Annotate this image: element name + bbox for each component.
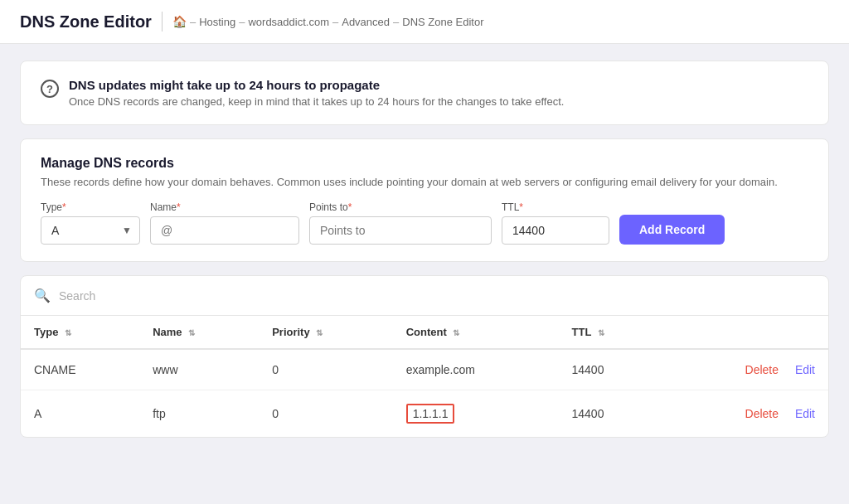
points-to-input[interactable] xyxy=(309,216,492,245)
page-header: DNS Zone Editor 🏠 – Hosting – wordsaddic… xyxy=(0,0,849,44)
name-input[interactable] xyxy=(150,216,299,245)
col-content: Content ⇅ xyxy=(393,316,559,349)
search-icon: 🔍 xyxy=(34,288,51,303)
breadcrumb-advanced: Advanced xyxy=(342,16,390,28)
breadcrumb-hosting: Hosting xyxy=(199,16,235,28)
cell-type: CNAME xyxy=(21,349,139,390)
points-to-form-group: Points to* xyxy=(309,201,492,245)
type-select[interactable]: A CNAME MX TXT AAAA xyxy=(41,216,140,245)
cell-priority: 0 xyxy=(259,349,392,390)
sort-icon-name: ⇅ xyxy=(188,328,195,337)
search-bar: 🔍 xyxy=(21,276,828,316)
col-priority: Priority ⇅ xyxy=(259,316,392,349)
dns-table-card: 🔍 Type ⇅ Name ⇅ Priority ⇅ Content xyxy=(20,275,829,438)
add-record-form-group: Add Record xyxy=(619,215,725,245)
type-select-wrapper[interactable]: A CNAME MX TXT AAAA ▼ xyxy=(41,216,140,245)
cell-name: www xyxy=(139,349,259,390)
breadcrumb-domain: wordsaddict.com xyxy=(248,16,329,28)
breadcrumb-current: DNS Zone Editor xyxy=(402,16,483,28)
notice-card: ? DNS updates might take up to 24 hours … xyxy=(20,61,829,125)
sort-icon-priority: ⇅ xyxy=(316,328,323,337)
cell-content: 1.1.1.1 xyxy=(393,390,559,438)
search-input[interactable] xyxy=(59,289,815,303)
manage-section-title: Manage DNS records xyxy=(41,156,808,171)
cell-name: ftp xyxy=(139,390,259,438)
manage-section-desc: These records define how your domain beh… xyxy=(41,176,808,188)
points-to-label: Points to* xyxy=(309,201,492,213)
cell-actions: Delete Edit xyxy=(661,390,828,438)
edit-button[interactable]: Edit xyxy=(795,363,815,376)
sort-icon-ttl: ⇅ xyxy=(598,328,604,337)
table-header-row: Type ⇅ Name ⇅ Priority ⇅ Content ⇅ TTL ⇅ xyxy=(21,316,828,349)
breadcrumb: 🏠 – Hosting – wordsaddict.com – Advanced… xyxy=(172,15,484,28)
cell-actions: Delete Edit xyxy=(661,349,828,390)
cell-content: example.com xyxy=(393,349,559,390)
sort-icon-type: ⇅ xyxy=(65,328,71,337)
main-content: ? DNS updates might take up to 24 hours … xyxy=(0,44,849,454)
dns-records-table: Type ⇅ Name ⇅ Priority ⇅ Content ⇅ TTL ⇅ xyxy=(21,316,828,437)
dns-form-row: Type* A CNAME MX TXT AAAA ▼ Name* xyxy=(41,201,808,245)
home-icon: 🏠 xyxy=(172,15,187,28)
cell-type: A xyxy=(21,390,139,438)
name-label: Name* xyxy=(150,201,299,213)
table-row: CNAME www 0 example.com 14400 Delete Edi… xyxy=(21,349,828,390)
page-title: DNS Zone Editor xyxy=(20,12,152,32)
delete-button[interactable]: Delete xyxy=(745,363,779,376)
col-actions xyxy=(661,316,828,349)
ttl-label: TTL* xyxy=(502,201,609,213)
col-name: Name ⇅ xyxy=(139,316,259,349)
notice-body: Once DNS records are changed, keep in mi… xyxy=(69,95,564,108)
table-row: A ftp 0 1.1.1.1 14400 Delete Edit xyxy=(21,390,828,438)
sort-icon-content: ⇅ xyxy=(453,328,459,337)
delete-button[interactable]: Delete xyxy=(745,407,779,420)
ttl-input[interactable] xyxy=(502,216,609,245)
highlighted-content: 1.1.1.1 xyxy=(406,404,455,424)
cell-priority: 0 xyxy=(259,390,392,438)
manage-dns-card: Manage DNS records These records define … xyxy=(20,138,829,262)
notice-content: DNS updates might take up to 24 hours to… xyxy=(69,78,564,108)
edit-button[interactable]: Edit xyxy=(795,407,815,420)
add-record-button[interactable]: Add Record xyxy=(619,215,725,245)
cell-ttl: 14400 xyxy=(559,349,661,390)
cell-ttl: 14400 xyxy=(559,390,661,438)
col-type: Type ⇅ xyxy=(21,316,139,349)
col-ttl: TTL ⇅ xyxy=(559,316,661,349)
type-label: Type* xyxy=(41,201,140,213)
header-divider xyxy=(162,12,163,32)
type-form-group: Type* A CNAME MX TXT AAAA ▼ xyxy=(41,201,140,245)
name-form-group: Name* xyxy=(150,201,299,245)
notice-icon: ? xyxy=(41,80,59,98)
notice-heading: DNS updates might take up to 24 hours to… xyxy=(69,78,564,92)
ttl-form-group: TTL* xyxy=(502,201,609,245)
